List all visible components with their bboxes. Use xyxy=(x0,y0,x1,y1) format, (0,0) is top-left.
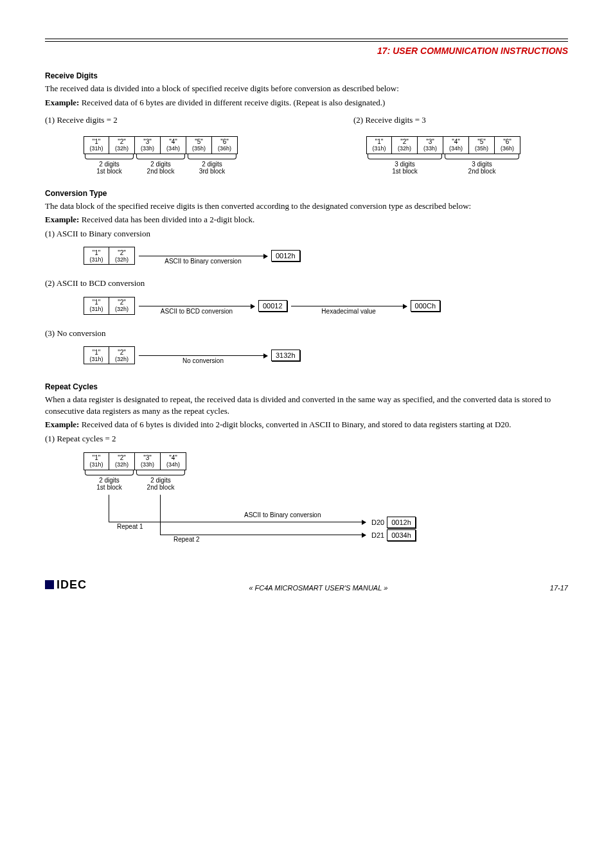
byte-cell: "1"(31h) xyxy=(84,136,109,154)
connector-line xyxy=(160,535,366,535)
result-box: 0012h xyxy=(387,517,416,528)
byte-cell: "5"(35h) xyxy=(186,136,212,154)
case-label: (2) Receive digits = 3 xyxy=(353,114,520,126)
byte-cell: "2"(32h) xyxy=(109,297,135,315)
repeat-label: Repeat 2 xyxy=(173,536,200,543)
byte-cell: "1"(31h) xyxy=(366,136,392,154)
arrow-icon xyxy=(362,520,366,525)
register-label: D21 xyxy=(371,531,384,539)
conv-label: ASCII to Binary conversion xyxy=(244,511,321,518)
section-conversion-type: Conversion Type xyxy=(45,189,568,198)
byte-cell: "2"(32h) xyxy=(109,452,135,470)
example-line: Example: Received data of 6 bytes are di… xyxy=(45,97,568,109)
byte-row: "1"(31h) "2"(32h) "3"(33h) "4"(34h) "5"(… xyxy=(366,136,520,154)
connector-line xyxy=(109,522,366,522)
byte-cell: "2"(32h) xyxy=(109,346,135,364)
result-box: 00012 xyxy=(258,300,287,312)
byte-cell: "6"(36h) xyxy=(495,136,520,154)
byte-cell: "2"(32h) xyxy=(109,136,135,154)
result-box: 0012h xyxy=(271,250,300,261)
byte-cell: "2"(32h) xyxy=(392,136,418,154)
case-label: (1) Receive digits = 2 xyxy=(45,114,238,126)
body-text: When a data register is designated to re… xyxy=(45,394,568,416)
byte-cell: "1"(31h) xyxy=(84,452,109,470)
byte-cell: "5"(35h) xyxy=(469,136,495,154)
byte-row: "1"(31h) "2"(32h) "3"(33h) "4"(34h) "5"(… xyxy=(84,136,238,154)
arrow-icon xyxy=(139,306,254,306)
connector-line xyxy=(160,495,161,535)
result-box: 3132h xyxy=(271,350,300,361)
arrow-icon xyxy=(291,306,407,306)
chapter-title: 17: USER COMMUNICATION INSTRUCTIONS xyxy=(45,46,568,56)
logo: IDEC xyxy=(45,578,87,592)
case-label: (3) No conversion xyxy=(45,328,568,339)
byte-cell: "2"(32h) xyxy=(109,247,135,265)
byte-cell: "3"(33h) xyxy=(418,136,443,154)
chapter-num: 17: xyxy=(377,46,390,56)
byte-cell: "1"(31h) xyxy=(84,247,109,265)
page-footer: IDEC « FC4A MICROSMART USER'S MANUAL » 1… xyxy=(45,578,568,592)
example-line: Example: Received data has been divided … xyxy=(45,214,568,226)
byte-cell: "4"(34h) xyxy=(161,452,186,470)
byte-cell: "4"(34h) xyxy=(443,136,469,154)
connector-line xyxy=(109,495,109,522)
section-receive-digits: Receive Digits xyxy=(45,71,568,80)
example-line: Example: Received data of 6 bytes is div… xyxy=(45,419,568,430)
section-repeat-cycles: Repeat Cycles xyxy=(45,382,568,391)
result-box: 000Ch xyxy=(411,300,440,312)
body-text: The received data is divided into a bloc… xyxy=(45,83,568,94)
byte-cell: "3"(33h) xyxy=(135,136,161,154)
case-label: (1) ASCII to Binary conversion xyxy=(45,228,568,240)
logo-square-icon xyxy=(45,580,54,589)
arrow-icon xyxy=(139,355,267,356)
result-box: 0034h xyxy=(387,529,416,541)
case-label: (1) Repeat cycles = 2 xyxy=(45,433,568,445)
byte-cell: "4"(34h) xyxy=(161,136,186,154)
repeat-label: Repeat 1 xyxy=(117,523,143,530)
arrow-icon xyxy=(139,256,267,256)
register-label: D20 xyxy=(371,518,384,526)
byte-cell: "3"(33h) xyxy=(135,452,161,470)
case-label: (2) ASCII to BCD conversion xyxy=(45,278,568,289)
header-rule xyxy=(45,39,568,42)
byte-cell: "1"(31h) xyxy=(84,346,109,364)
arrow-icon xyxy=(362,533,366,538)
body-text: The data block of the specified receive … xyxy=(45,200,568,212)
byte-cell: "1"(31h) xyxy=(84,297,109,315)
byte-cell: "6"(36h) xyxy=(212,136,238,154)
manual-title: « FC4A MICROSMART USER'S MANUAL » xyxy=(249,584,387,592)
page-number: 17-17 xyxy=(550,584,568,592)
